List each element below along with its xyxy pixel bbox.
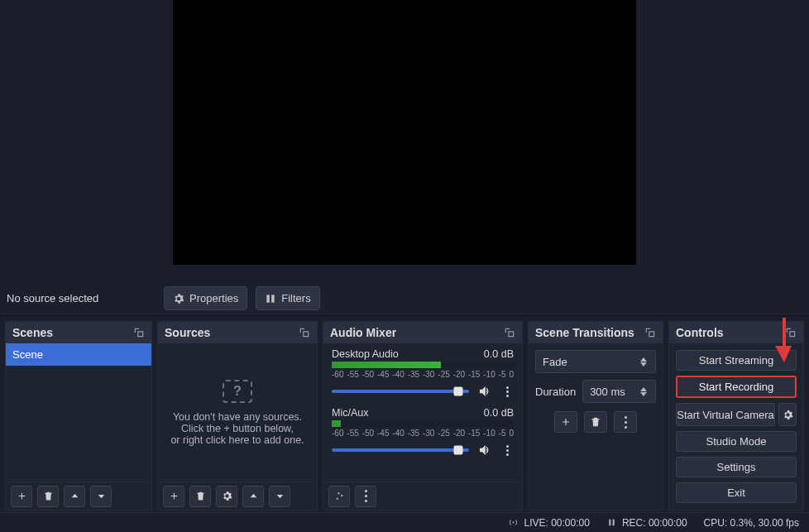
scene-up-button[interactable] — [64, 486, 85, 507]
pause-icon — [606, 517, 617, 528]
filters-button[interactable]: Filters — [256, 286, 319, 310]
db-scale: -60-55-50-45-40-35-30-25-20-15-10-50 — [332, 429, 514, 438]
scene-item[interactable]: Scene — [6, 343, 151, 366]
sources-empty[interactable]: ? You don't have any sources. Click the … — [158, 343, 317, 482]
add-transition-button[interactable] — [554, 411, 577, 433]
speaker-icon[interactable] — [477, 384, 492, 399]
gear-icon — [173, 293, 184, 304]
delete-scene-button[interactable] — [37, 486, 59, 507]
sources-footer — [158, 482, 317, 510]
speaker-icon[interactable] — [477, 443, 492, 458]
chevron-updown-icon — [640, 351, 652, 372]
mixer-advanced-button[interactable] — [328, 486, 350, 507]
studio-mode-button[interactable]: Studio Mode — [676, 431, 797, 452]
vu-meter — [332, 420, 514, 427]
svg-rect-2 — [609, 520, 610, 526]
status-bar: LIVE: 00:00:00 REC: 00:00:00 CPU: 0.3%, … — [0, 512, 809, 532]
channel-name: Mic/Aux — [332, 407, 368, 419]
sources-header: Sources — [158, 322, 317, 343]
mixer-header: Audio Mixer — [323, 322, 522, 343]
svg-rect-1 — [271, 295, 275, 302]
volume-slider[interactable] — [332, 448, 469, 452]
transitions-dock: Scene Transitions Fade Duration 300 ms — [528, 321, 663, 510]
mixer-footer — [323, 482, 522, 510]
channel-menu-button[interactable] — [500, 386, 514, 397]
scene-down-button[interactable] — [90, 486, 112, 507]
start-recording-button[interactable]: Start Recording — [676, 376, 797, 398]
controls-dock: Controls Start Streaming Start Recording… — [668, 321, 804, 510]
channel-name: Desktop Audio — [332, 348, 399, 360]
add-scene-button[interactable] — [11, 486, 32, 507]
transition-select[interactable]: Fade — [535, 350, 656, 373]
chevron-updown-icon — [640, 381, 652, 402]
scenes-footer — [6, 482, 151, 510]
add-source-button[interactable] — [163, 486, 184, 507]
duration-label: Duration — [535, 386, 576, 398]
preview-toolbar: No source selected Properties Filters — [0, 281, 809, 316]
popout-icon[interactable] — [504, 327, 515, 338]
settings-button[interactable]: Settings — [676, 457, 797, 477]
volume-slider[interactable] — [332, 390, 469, 393]
transitions-header: Scene Transitions — [529, 322, 663, 343]
duration-spinner[interactable]: 300 ms — [582, 380, 656, 403]
popout-icon[interactable] — [644, 327, 656, 338]
svg-rect-0 — [267, 295, 270, 302]
mixer-channel-mic: Mic/Aux 0.0 dB -60-55-50-45-40-35-30-25-… — [332, 407, 514, 458]
source-up-button[interactable] — [242, 486, 264, 507]
delete-source-button[interactable] — [189, 486, 211, 507]
channel-menu-button[interactable] — [500, 445, 514, 456]
channel-db: 0.0 dB — [484, 407, 514, 419]
mixer-channel-desktop: Desktop Audio 0.0 dB -60-55-50-45-40-35-… — [332, 348, 514, 399]
source-down-button[interactable] — [269, 486, 290, 507]
transition-menu-button[interactable] — [614, 411, 637, 433]
svg-rect-3 — [612, 520, 614, 526]
start-streaming-button[interactable]: Start Streaming — [676, 350, 797, 371]
scenes-dock: Scenes Scene — [5, 321, 152, 510]
popout-icon[interactable] — [133, 327, 145, 338]
live-status: LIVE: 00:00:00 — [508, 517, 589, 529]
exit-button[interactable]: Exit — [676, 482, 797, 503]
properties-button[interactable]: Properties — [164, 286, 247, 310]
no-source-label: No source selected — [7, 292, 156, 304]
sources-dock: Sources ? You don't have any sources. Cl… — [157, 321, 318, 510]
vu-meter — [332, 362, 514, 368]
audio-mixer-dock: Audio Mixer Desktop Audio 0.0 dB -60-55-… — [323, 321, 523, 510]
controls-header: Controls — [669, 322, 803, 343]
scenes-header: Scenes — [6, 322, 151, 343]
mixer-menu-button[interactable] — [355, 486, 376, 507]
preview-area — [0, 0, 809, 281]
broadcast-icon — [508, 517, 519, 528]
preview-canvas[interactable] — [173, 0, 636, 265]
virtual-camera-settings-button[interactable] — [778, 403, 797, 426]
popout-icon[interactable] — [785, 327, 797, 338]
rec-status: REC: 00:00:00 — [606, 517, 687, 529]
delete-transition-button[interactable] — [584, 411, 607, 433]
popout-icon[interactable] — [299, 327, 310, 338]
question-icon: ? — [223, 380, 252, 403]
cpu-status: CPU: 0.3%, 30.00 fps — [704, 517, 799, 529]
db-scale: -60-55-50-45-40-35-30-25-20-15-10-50 — [332, 370, 514, 379]
start-virtual-camera-button[interactable]: Start Virtual Camera — [676, 403, 775, 426]
channel-db: 0.0 dB — [484, 348, 514, 360]
source-properties-button[interactable] — [216, 486, 237, 507]
filters-icon — [265, 293, 276, 304]
